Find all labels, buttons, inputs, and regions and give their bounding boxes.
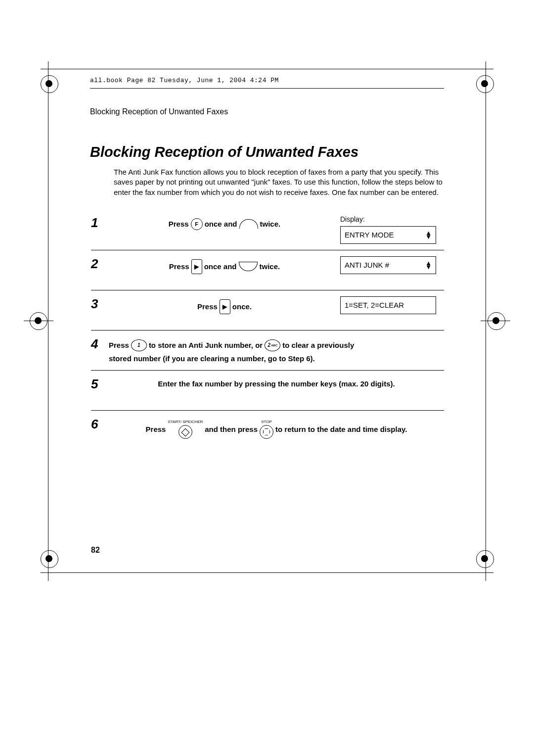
divider — [90, 88, 444, 89]
step-text: Enter the fax number by pressing the num… — [158, 379, 395, 388]
step-body: Press START/ SPEICHER and then press STO… — [109, 417, 444, 439]
lcd-text: ANTI JUNK # — [345, 261, 389, 269]
registration-mark-icon — [41, 75, 57, 92]
lcd-panel: 1=SET, 2=CLEAR — [340, 296, 436, 314]
step-text: once and — [205, 220, 237, 228]
display-label: Display: — [340, 215, 444, 223]
rocker-up-icon — [239, 219, 258, 229]
step-body: Press ▶ once. — [109, 296, 340, 314]
step-number: 1 — [91, 215, 109, 231]
key-sub: ABC — [271, 344, 277, 347]
step-body: Press ▶ once and twice. — [109, 256, 340, 274]
crop-line — [48, 61, 48, 581]
step-number: 2 — [91, 256, 109, 272]
step-row: 3 Press ▶ once. 1=SET, 2=CLEAR — [91, 290, 444, 331]
lcd-text: ENTRY MODE — [345, 231, 394, 239]
step-body: Enter the fax number by pressing the num… — [109, 377, 444, 388]
step-number: 5 — [91, 377, 109, 392]
step-text: to return to the date and time display. — [275, 425, 407, 433]
step-row: 5 Enter the fax number by pressing the n… — [91, 371, 444, 411]
step-row: 4 Press 1 to store an Anti Junk number, … — [91, 331, 444, 371]
nav-right-key-icon: ▶ — [191, 259, 202, 274]
crop-line — [41, 572, 493, 573]
start-key-icon — [178, 425, 192, 439]
crop-line — [481, 321, 510, 321]
stop-key-label: STOP — [261, 420, 272, 424]
digit-2-key-icon: 2ABC — [265, 339, 280, 351]
registration-mark-icon — [476, 75, 493, 92]
step-text: twice. — [260, 262, 280, 271]
key-digit: 2 — [267, 342, 270, 348]
step-text: once. — [232, 302, 252, 311]
step-number: 6 — [91, 417, 109, 432]
step-number: 3 — [91, 296, 109, 312]
lcd-panel: ANTI JUNK # ▲▼ — [340, 256, 436, 274]
start-key-group: START/ SPEICHER — [168, 420, 203, 439]
step-row: 6 Press START/ SPEICHER and then press S… — [91, 411, 444, 450]
lcd-text: 1=SET, 2=CLEAR — [345, 301, 404, 309]
running-header: Blocking Reception of Unwanted Faxes — [90, 107, 444, 116]
step-row: 2 Press ▶ once and twice. ANTI JUNK # ▲▼ — [91, 250, 444, 290]
step-text: once and — [204, 262, 237, 271]
step-text: to store an Anti Junk number, or — [149, 341, 263, 349]
step-text: Press — [146, 425, 166, 433]
page-title: Blocking Reception of Unwanted Faxes — [90, 144, 444, 160]
step-text: Press — [197, 302, 218, 311]
display-column: 1=SET, 2=CLEAR — [340, 296, 444, 314]
display-column: ANTI JUNK # ▲▼ — [340, 256, 444, 274]
crop-line — [41, 69, 493, 69]
display-column: Display: ENTRY MODE ▲▼ — [340, 215, 444, 244]
intro-paragraph: The Anti Junk Fax function allows you to… — [114, 167, 444, 197]
scroll-arrows-icon: ▲▼ — [425, 231, 432, 239]
step-body: Press 1 to store an Anti Junk number, or… — [109, 336, 444, 363]
digit-1-key-icon: 1 — [131, 339, 147, 351]
step-number: 4 — [91, 336, 109, 352]
registration-mark-icon — [476, 550, 493, 567]
stop-key-icon — [260, 425, 273, 439]
crop-line — [486, 61, 486, 581]
scroll-arrows-icon: ▲▼ — [425, 261, 432, 269]
step-text: Press — [169, 262, 189, 271]
registration-mark-icon — [41, 550, 57, 567]
step-text: and then press — [205, 425, 258, 433]
page-number: 82 — [91, 546, 100, 555]
book-meta-line: all.book Page 82 Tuesday, June 1, 2004 4… — [90, 77, 444, 84]
rocker-down-icon — [239, 262, 258, 271]
stop-key-group: STOP — [260, 420, 273, 439]
step-text: Press — [169, 220, 189, 228]
step-body: Press F once and twice. — [109, 215, 340, 230]
nav-right-key-icon: ▶ — [220, 299, 230, 314]
step-text: stored number (if you are clearing a num… — [109, 354, 444, 363]
step-row: 1 Press F once and twice. Display: ENTRY… — [91, 209, 444, 250]
lcd-panel: ENTRY MODE ▲▼ — [340, 226, 436, 244]
step-text: Press — [109, 341, 129, 349]
start-key-label: START/ SPEICHER — [168, 420, 203, 424]
step-text: twice. — [260, 220, 281, 228]
step-text: to clear a previously — [282, 341, 354, 349]
crop-line — [24, 321, 53, 321]
f-key-icon: F — [191, 218, 203, 230]
